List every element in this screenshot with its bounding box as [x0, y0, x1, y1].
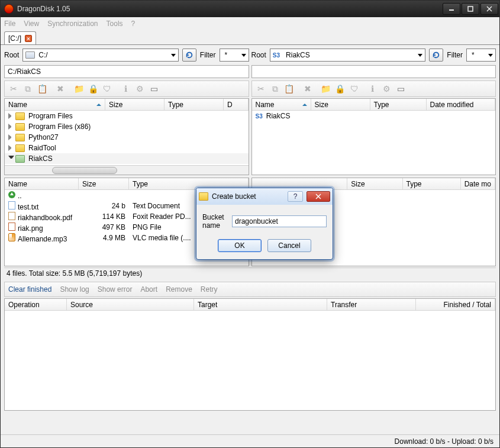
root-combo-right[interactable]: S3 RiakCS: [270, 49, 425, 62]
settings-icon[interactable]: ⚙: [133, 82, 146, 95]
minimize-button[interactable]: [443, 3, 460, 15]
selection-status: 4 files. Total size: 5.5 MB (5,719,197 b…: [4, 267, 496, 279]
col-size[interactable]: Size: [311, 99, 370, 110]
new-folder-icon[interactable]: 📁: [72, 82, 85, 95]
col-type[interactable]: Type: [164, 99, 224, 110]
col-name[interactable]: Name: [256, 101, 275, 109]
fcol-type[interactable]: Type: [133, 180, 148, 188]
fcol-date[interactable]: Date mo: [464, 180, 491, 188]
properties-icon[interactable]: ℹ: [366, 82, 379, 95]
fcol-size[interactable]: Size: [82, 180, 96, 188]
paste-icon[interactable]: 📋: [36, 82, 49, 95]
file-icon: [8, 233, 15, 241]
new-folder-icon[interactable]: 📁: [320, 82, 333, 95]
toolbar-right: ✂ ⧉ 📋 ✖ 📁 🔒 🛡 ℹ ⚙ ▭: [251, 80, 496, 97]
menu-tools[interactable]: Tools: [107, 20, 123, 28]
bucket-name-input[interactable]: [232, 215, 327, 227]
tab-label: [C:/]: [8, 34, 21, 43]
menu-bar: File View Synchronization Tools ?: [1, 17, 499, 30]
delete-icon[interactable]: ✖: [301, 82, 314, 95]
maximize-button[interactable]: [462, 3, 479, 15]
view-icon[interactable]: ▭: [395, 82, 408, 95]
expand-icon[interactable]: [8, 156, 14, 162]
tab-close-icon[interactable]: [25, 35, 32, 42]
menu-view[interactable]: View: [24, 20, 39, 28]
expand-icon[interactable]: [8, 113, 14, 119]
filter-combo-left[interactable]: *: [220, 49, 249, 62]
fcol-type[interactable]: Type: [407, 180, 422, 188]
show-log-button[interactable]: Show log: [60, 285, 89, 294]
h-scrollbar-left[interactable]: [5, 165, 249, 175]
filter-combo-right[interactable]: *: [466, 49, 496, 62]
col-type[interactable]: Type: [370, 99, 427, 110]
copy-icon[interactable]: ⧉: [21, 82, 34, 95]
cut-icon[interactable]: ✂: [7, 82, 20, 95]
tcol-source[interactable]: Source: [67, 299, 194, 310]
root-combo-left[interactable]: C:/: [22, 49, 178, 62]
lock-icon[interactable]: 🔒: [334, 82, 347, 95]
remove-button[interactable]: Remove: [166, 285, 192, 294]
expand-icon[interactable]: [8, 134, 14, 140]
fcol-size[interactable]: Size: [351, 180, 364, 188]
delete-icon[interactable]: ✖: [54, 82, 67, 95]
tree-item-label: RaidTool: [28, 144, 56, 152]
retry-button[interactable]: Retry: [201, 285, 218, 294]
col-size[interactable]: Size: [105, 99, 164, 110]
tree-body-left[interactable]: Program FilesProgram Files (x86)Python27…: [5, 111, 249, 165]
folder-icon: [15, 155, 25, 163]
file-icon: [8, 201, 15, 210]
cut-icon[interactable]: ✂: [254, 82, 267, 95]
dialog-title-bar[interactable]: Create bucket ?: [196, 188, 333, 205]
folder-icon: [15, 134, 25, 141]
tree-item[interactable]: Program Files (x86): [5, 121, 249, 132]
tcol-transfer[interactable]: Transfer: [327, 299, 416, 310]
paste-icon[interactable]: 📋: [283, 82, 296, 95]
address-right[interactable]: [251, 65, 496, 78]
task-table: Operation Source Target Transfer Finishe…: [4, 298, 496, 411]
col-name[interactable]: Name: [8, 101, 27, 109]
tree-item[interactable]: RaidTool: [5, 143, 249, 153]
menu-file[interactable]: File: [4, 20, 15, 28]
properties-icon[interactable]: ℹ: [119, 82, 132, 95]
fcol-name[interactable]: Name: [8, 180, 27, 188]
abort-button[interactable]: Abort: [140, 285, 157, 294]
tab-c-drive[interactable]: [C:/]: [4, 31, 36, 44]
tree-item[interactable]: Python27: [5, 132, 249, 143]
permissions-icon[interactable]: 🛡: [348, 82, 361, 95]
toolbar-left: ✂ ⧉ 📋 ✖ 📁 🔒 🛡 ℹ ⚙ ▭: [4, 80, 249, 97]
view-icon[interactable]: ▭: [147, 82, 160, 95]
chevron-down-icon: [171, 54, 176, 57]
tree-item[interactable]: S3RiakCS: [252, 111, 496, 121]
dialog-help-button[interactable]: ?: [288, 191, 303, 202]
close-button[interactable]: [480, 3, 498, 15]
settings-icon[interactable]: ⚙: [380, 82, 393, 95]
bucket-name-label: Bucket name: [202, 213, 227, 230]
refresh-button-left[interactable]: [182, 49, 196, 62]
tree-body-right[interactable]: S3RiakCS: [252, 111, 496, 175]
tcol-target[interactable]: Target: [194, 299, 327, 310]
tree-item[interactable]: Program Files: [5, 111, 249, 121]
col-date[interactable]: Date modified: [427, 99, 496, 110]
expand-icon[interactable]: [8, 145, 14, 151]
bucket-icon: [199, 192, 208, 201]
show-error-button[interactable]: Show error: [98, 285, 133, 294]
cancel-button[interactable]: Cancel: [267, 239, 311, 252]
root-label-left: Root: [4, 51, 19, 59]
clear-finished-button[interactable]: Clear finished: [8, 285, 51, 294]
menu-synchronization[interactable]: Synchronization: [47, 20, 98, 28]
dialog-close-button[interactable]: [307, 191, 330, 202]
copy-icon[interactable]: ⧉: [269, 82, 282, 95]
ok-button[interactable]: OK: [218, 239, 262, 252]
up-icon: [8, 191, 15, 198]
menu-help[interactable]: ?: [131, 20, 136, 28]
permissions-icon[interactable]: 🛡: [101, 82, 114, 95]
tree-item[interactable]: RiakCS: [5, 153, 249, 164]
lock-icon[interactable]: 🔒: [86, 82, 99, 95]
tcol-finished[interactable]: Finished / Total: [416, 299, 495, 310]
tcol-operation[interactable]: Operation: [5, 299, 67, 310]
col-date[interactable]: D: [224, 99, 249, 110]
expand-icon[interactable]: [8, 124, 14, 130]
address-left[interactable]: C:/RiakCS: [4, 65, 249, 78]
tree-item[interactable]: Ruby193: [5, 164, 249, 165]
refresh-button-right[interactable]: [429, 49, 443, 62]
